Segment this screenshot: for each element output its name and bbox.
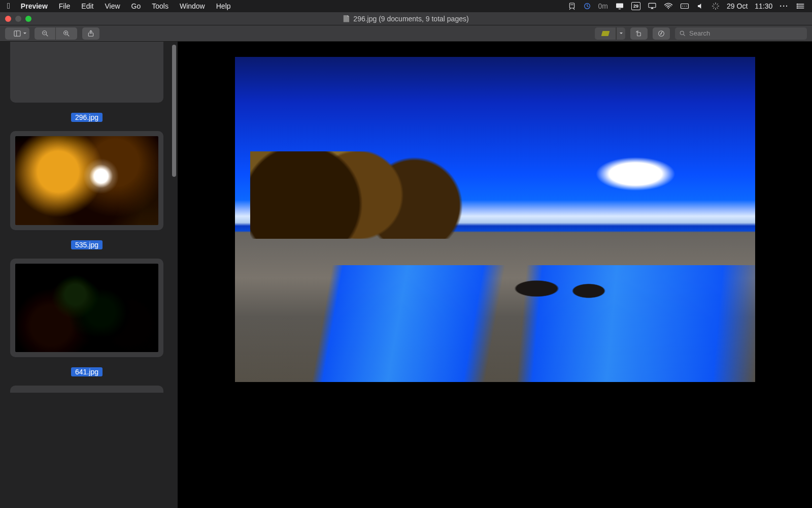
svg-rect-18 <box>637 33 641 36</box>
window-titlebar: 296.jpg (9 documents, 9 total pages) <box>0 12 812 25</box>
thumbnail-label: 296.jpg <box>71 113 103 122</box>
thumbnail-label: 535.jpg <box>71 240 103 249</box>
menu-view[interactable]: View <box>99 2 125 10</box>
train-icon[interactable] <box>568 2 576 10</box>
highlight-button[interactable] <box>595 27 616 40</box>
search-icon <box>679 30 686 37</box>
menu-go[interactable]: Go <box>126 2 147 10</box>
thumbnail-item[interactable] <box>10 259 163 358</box>
rotate-button[interactable] <box>630 27 648 40</box>
calendar-icon[interactable]: 29 <box>631 2 640 10</box>
thumbnail-list[interactable]: 296.jpg 535.jpg 641.jpg <box>0 42 178 508</box>
document-icon <box>343 15 349 22</box>
zoom-in-button[interactable] <box>56 27 77 40</box>
thumbnail-image <box>15 264 158 353</box>
svg-rect-8 <box>14 30 20 36</box>
search-input[interactable] <box>689 29 803 37</box>
control-center-icon[interactable] <box>796 3 805 10</box>
zoom-window-button[interactable] <box>25 16 31 22</box>
thumbnail-label: 641.jpg <box>71 367 103 376</box>
share-button[interactable] <box>82 27 99 40</box>
svg-rect-2 <box>649 3 656 7</box>
thumbnail-item[interactable] <box>10 42 163 103</box>
content-area: 296.jpg 535.jpg 641.jpg <box>0 42 812 508</box>
status-date[interactable]: 29 Oct <box>727 2 748 10</box>
close-window-button[interactable] <box>5 16 11 22</box>
calendar-day: 29 <box>631 2 640 10</box>
highlighter-icon <box>601 31 610 36</box>
highlight-tool <box>595 27 625 40</box>
window-controls <box>0 16 31 22</box>
svg-point-5 <box>797 4 798 5</box>
status-time[interactable]: 11:30 <box>755 2 772 10</box>
thumbnail-item[interactable] <box>10 131 163 230</box>
svg-point-3 <box>668 8 669 9</box>
thumbnail-item[interactable] <box>10 386 163 393</box>
thumbnail-sidebar: 296.jpg 535.jpg 641.jpg <box>0 42 178 508</box>
overflow-icon[interactable]: ··· <box>780 2 789 10</box>
svg-point-6 <box>797 6 798 7</box>
markup-button[interactable] <box>653 27 670 40</box>
svg-line-14 <box>67 35 69 36</box>
window-title-text: 296.jpg (9 documents, 9 total pages) <box>353 15 468 23</box>
thumbnail-image <box>15 136 158 225</box>
search-field[interactable] <box>675 27 807 40</box>
minimize-window-button[interactable] <box>15 16 21 22</box>
menu-window[interactable]: Window <box>174 2 211 10</box>
menu-extra-icon[interactable] <box>712 2 720 10</box>
sync-circle-icon[interactable] <box>583 2 591 10</box>
toolbar <box>0 25 812 42</box>
sidebar-scrollbar[interactable] <box>172 45 176 177</box>
menu-app[interactable]: Preview <box>15 2 53 10</box>
status-timer[interactable]: 0m <box>598 2 608 10</box>
main-viewer[interactable] <box>178 42 812 508</box>
volume-icon[interactable] <box>696 3 704 10</box>
window-title: 296.jpg (9 documents, 9 total pages) <box>343 15 468 23</box>
svg-point-7 <box>797 8 798 9</box>
svg-line-21 <box>684 34 685 36</box>
display-icon[interactable] <box>615 3 624 10</box>
sidebar-view-button[interactable] <box>5 27 29 40</box>
airplay-icon[interactable] <box>648 3 657 10</box>
svg-rect-1 <box>616 3 623 8</box>
wifi-icon[interactable] <box>664 3 673 10</box>
menubar-left:  Preview File Edit View Go Tools Window… <box>7 2 236 11</box>
svg-point-20 <box>680 31 684 35</box>
menu-tools[interactable]: Tools <box>146 2 174 10</box>
highlight-color-dropdown[interactable] <box>616 27 625 40</box>
apple-logo-icon[interactable]:  <box>7 2 15 11</box>
menubar-status-area: 0m 29 29 Oct 11:30 ··· <box>568 2 805 10</box>
keyboard-input-icon[interactable] <box>680 3 689 10</box>
menu-file[interactable]: File <box>53 2 76 10</box>
zoom-controls <box>35 27 77 40</box>
main-image <box>235 57 755 382</box>
macos-menubar:  Preview File Edit View Go Tools Window… <box>0 0 812 12</box>
menu-help[interactable]: Help <box>211 2 236 10</box>
svg-line-11 <box>46 35 48 36</box>
zoom-out-button[interactable] <box>35 27 56 40</box>
menu-edit[interactable]: Edit <box>76 2 99 10</box>
